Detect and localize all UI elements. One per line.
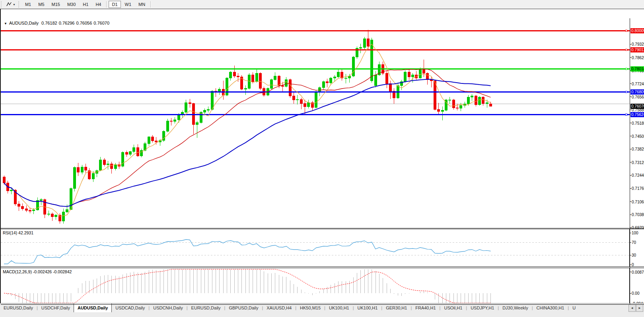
toolbar-separator bbox=[150, 1, 151, 8]
chart-tab-usdcad-daily[interactable]: USDCAD,Daily bbox=[112, 304, 148, 312]
hline-price-badge: 0.79012 bbox=[630, 47, 644, 52]
timeframe-toolbar: ▼ M1M5M15M30H1H4D1W1MN bbox=[0, 0, 644, 9]
price-tick-label: 0.79320 bbox=[632, 42, 644, 46]
hline-endpoint-marker[interactable] bbox=[625, 91, 627, 93]
price-axis-line bbox=[630, 18, 630, 305]
hline-price-badge: 0.75624 bbox=[630, 112, 644, 117]
tab-scroll-arrows: ◄ ► bbox=[628, 303, 644, 312]
current-price-badge: 0.76070 bbox=[630, 104, 644, 109]
timeframe-buttons: M1M5M15M30H1H4D1W1MN bbox=[21, 1, 149, 8]
price-tick-label: 0.72440 bbox=[632, 173, 644, 178]
macd-tick-label: 0.008782 bbox=[632, 270, 644, 274]
timeframe-d1[interactable]: D1 bbox=[109, 1, 121, 8]
tab-scroll-right-button[interactable]: ► bbox=[636, 304, 643, 312]
timeframe-m1[interactable]: M1 bbox=[22, 1, 34, 8]
hline-endpoint-marker[interactable] bbox=[625, 68, 627, 70]
chart-tab-audusd-daily[interactable]: AUDUSD,Daily bbox=[74, 303, 112, 312]
macd-tick-label: 0.00 bbox=[632, 291, 644, 296]
chart-window: ▼AUDUSD,Daily 0.761820.762960.760560.760… bbox=[0, 9, 644, 303]
timeframe-m30[interactable]: M30 bbox=[64, 1, 79, 8]
macd-canvas[interactable] bbox=[1, 268, 630, 304]
chart-tab-bar: EURUSD,Daily|USDCHF,DailyAUDUSD,DailyUSD… bbox=[0, 303, 644, 317]
hline-endpoint-marker[interactable] bbox=[625, 49, 627, 51]
chart-tab-uk100-h1[interactable]: UK100,H1 bbox=[325, 304, 353, 312]
chart-tab-uk100-h1[interactable]: UK100,H1 bbox=[354, 304, 381, 312]
price-tick-label: 0.78620 bbox=[632, 56, 644, 60]
rsi-tick-label: 100 bbox=[632, 231, 644, 235]
chart-tab-xauusd-h4[interactable]: XAUUSD,H4 bbox=[263, 304, 295, 312]
hline-endpoint-marker[interactable] bbox=[625, 114, 627, 116]
draw-tool-icon bbox=[6, 2, 12, 7]
timeframe-m15[interactable]: M15 bbox=[49, 1, 63, 8]
ohlc-high: 0.76296 bbox=[59, 21, 75, 25]
toolbar-separator bbox=[106, 1, 107, 8]
timeframe-mn[interactable]: MN bbox=[135, 1, 148, 8]
chart-tab-eurusd-daily[interactable]: EURUSD,Daily bbox=[0, 304, 37, 312]
panel-separator2[interactable] bbox=[1, 229, 644, 229]
draw-tool-button[interactable]: ▼ bbox=[4, 1, 17, 8]
chart-tab-usdchf-daily[interactable]: USDCHF,Daily bbox=[38, 304, 74, 312]
collapse-triangle-icon[interactable]: ▼ bbox=[4, 22, 7, 25]
panel-separator[interactable] bbox=[1, 228, 644, 228]
tab-scroll-left-button[interactable]: ◄ bbox=[628, 304, 636, 312]
chart-tab-usdcnh-daily[interactable]: USDCNH,Daily bbox=[150, 304, 187, 312]
price-tick-label: 0.77240 bbox=[632, 82, 644, 86]
chart-tab-usoil-h1[interactable]: USOil,H1 bbox=[440, 304, 466, 312]
ohlc-open: 0.76182 bbox=[41, 21, 57, 25]
chart-tab-eurusd-daily[interactable]: EURUSD,Daily bbox=[188, 304, 224, 312]
price-tick-label: 0.71060 bbox=[632, 200, 644, 204]
panel-separator3[interactable] bbox=[1, 267, 644, 267]
price-tick-label: 0.75180 bbox=[632, 121, 644, 126]
price-tick-label: 0.73820 bbox=[632, 147, 644, 151]
panel-separator5 bbox=[1, 304, 644, 305]
panel-separator4[interactable] bbox=[1, 268, 644, 268]
chart-title: ▼AUDUSD,Daily 0.761820.762960.760560.760… bbox=[4, 21, 111, 25]
hline-price-badge: 0.78014 bbox=[630, 66, 644, 72]
ohlc-close: 0.76070 bbox=[93, 21, 109, 25]
chart-tabs: EURUSD,Daily|USDCHF,DailyAUDUSD,DailyUSD… bbox=[0, 303, 628, 312]
hline-endpoint-marker[interactable] bbox=[625, 30, 627, 32]
chart-tab-fra40-h1[interactable]: FRA40,H1 bbox=[412, 304, 439, 312]
price-tick-label: 0.74500 bbox=[632, 134, 644, 139]
chart-tab-china300-h1[interactable]: CHINA300,H1 bbox=[533, 304, 568, 312]
chart-tab-usdjpy-h1[interactable]: USDJPY,H1 bbox=[467, 304, 498, 312]
timeframe-w1[interactable]: W1 bbox=[122, 1, 135, 8]
chart-tab-hk50-m15[interactable]: HK50,M15 bbox=[296, 304, 324, 312]
chart-symbol: AUDUSD,Daily bbox=[9, 21, 39, 25]
hline-price-badge: 0.80009 bbox=[630, 28, 644, 33]
price-chart-canvas[interactable] bbox=[1, 18, 630, 228]
chart-tab-ger30-h1[interactable]: GER30,H1 bbox=[382, 304, 411, 312]
rsi-canvas[interactable] bbox=[1, 229, 630, 267]
price-tick-label: 0.76560 bbox=[632, 95, 644, 99]
chart-tab-dj30-weekly[interactable]: DJ30,Weekly bbox=[499, 304, 532, 312]
rsi-label: RSI(14) 42.2931 bbox=[3, 230, 33, 235]
dropdown-arrow-icon[interactable]: ▼ bbox=[13, 3, 16, 6]
timeframe-h4[interactable]: H4 bbox=[92, 1, 104, 8]
chart-tab-gbpusd-daily[interactable]: GBPUSD,Daily bbox=[225, 304, 262, 312]
price-tick-label: 0.71760 bbox=[632, 186, 644, 191]
timeframe-h1[interactable]: H1 bbox=[80, 1, 91, 8]
mt4-window: ▼ M1M5M15M30H1H4D1W1MN ▼AUDUSD,Daily 0.7… bbox=[0, 0, 644, 317]
hline-price-badge: 0.76809 bbox=[630, 89, 644, 95]
rsi-tick-label: 30 bbox=[632, 253, 644, 257]
macd-label: MACD(12,26,9) -0.002426 -0.002842 bbox=[3, 269, 72, 274]
rsi-tick-label: 70 bbox=[632, 240, 644, 245]
toolbar-grip[interactable] bbox=[1, 1, 3, 8]
chart-tab-u[interactable]: U bbox=[569, 304, 579, 312]
ohlc-low: 0.76056 bbox=[76, 21, 92, 25]
timeframe-m5[interactable]: M5 bbox=[35, 1, 47, 8]
price-tick-label: 0.73120 bbox=[632, 160, 644, 165]
price-tick-label: 0.70380 bbox=[632, 213, 644, 217]
toolbar-grip2[interactable] bbox=[18, 1, 20, 8]
